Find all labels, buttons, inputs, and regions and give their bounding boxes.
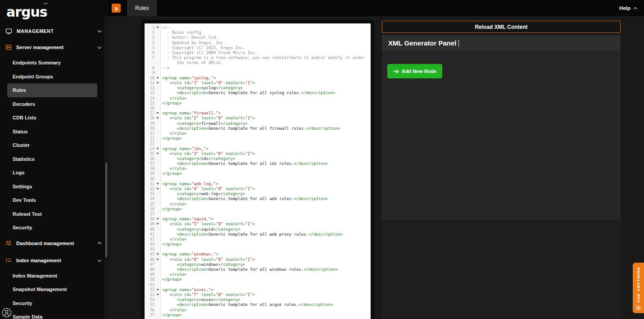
editor-line: 28 </rule>: [145, 166, 371, 171]
code-text: <group name="ossec,">: [161, 287, 213, 292]
line-number: 4: [145, 41, 154, 46]
fold-arrow-icon[interactable]: [154, 292, 161, 297]
fold-arrow-icon[interactable]: [154, 151, 161, 156]
line-number: 24: [145, 146, 154, 151]
editor-line: 54 <category>ossec</category>: [145, 297, 371, 302]
topbar: a Rules Help: [108, 0, 644, 16]
fold-gutter-spacer: [154, 227, 161, 232]
sidebar-group-dashboard-management[interactable]: Dashboard management: [0, 235, 108, 252]
sidebar-item-decoders[interactable]: Decoders: [7, 97, 97, 111]
xml-editor[interactable]: 1<!--2 - Rules config3 - Author: Daniel …: [145, 23, 371, 319]
editor-line: 38<group name="squid,">: [145, 217, 371, 222]
sidebar-item-label: Statistics: [13, 156, 35, 162]
fold-arrow-icon[interactable]: [154, 116, 161, 121]
argus-logo[interactable]: argus: [6, 4, 47, 20]
sidebar-item-index-management[interactable]: Index Management: [7, 269, 97, 283]
sidebar-item-status[interactable]: Status: [7, 125, 97, 139]
editor-line: 34 <description>Generic template for all…: [145, 196, 371, 201]
code-text: <rule id="6" level="0" noalert="1">: [161, 257, 255, 262]
server-icon: [5, 44, 12, 50]
fold-arrow-icon[interactable]: [154, 111, 161, 116]
sidebar-item-endpoints-summary[interactable]: Endpoints Summary: [7, 56, 97, 70]
fold-gutter-spacer: [154, 41, 161, 46]
sidebar-item-cluster[interactable]: Cluster: [7, 138, 97, 152]
sidebar-item-snapshot-management[interactable]: Snapshot Management: [7, 283, 97, 296]
sidebar-item-sample-data[interactable]: Sample Data: [7, 310, 97, 319]
line-number: [145, 60, 154, 65]
line-number: 34: [145, 196, 154, 201]
fold-arrow-icon[interactable]: [154, 187, 161, 191]
editor-line: 29</group>: [145, 171, 371, 176]
editor-line: 25 <rule id="3" level="0" noalert="1">: [145, 151, 371, 156]
sidebar-item-label: Index Management: [13, 273, 57, 278]
fold-arrow-icon[interactable]: [154, 76, 161, 81]
code-text: the terms of GPLv2.: [161, 60, 223, 65]
fold-gutter-spacer: [154, 297, 161, 302]
line-number: 44: [145, 247, 154, 252]
ask-anything-tab[interactable]: ASK ANYTHING: [633, 263, 644, 313]
line-number: 31: [145, 182, 154, 187]
sidebar-item-endpoint-groups[interactable]: Endpoint Groups: [7, 70, 97, 84]
app-logo-badge[interactable]: a: [112, 4, 121, 13]
editor-line: 44: [145, 247, 371, 252]
sidebar-section-label: MANAGEMENT: [17, 28, 98, 34]
sidebar-item-label: Status: [13, 129, 28, 134]
fold-arrow-icon[interactable]: [154, 81, 161, 86]
help-button[interactable]: Help: [619, 5, 637, 11]
line-number: 23: [145, 141, 154, 146]
line-number: 45: [145, 252, 154, 257]
fold-gutter-spacer: [154, 196, 161, 201]
editor-line: the terms of GPLv2.: [145, 60, 371, 65]
sidebar-group-index-management[interactable]: Index management: [0, 252, 108, 269]
sidebar-item-logs[interactable]: Logs: [7, 166, 97, 180]
sidebar-section-management[interactable]: MANAGEMENT: [0, 23, 108, 39]
editor-line: 48 <description>Generic template for all…: [145, 267, 371, 272]
sidebar-group-server-management[interactable]: Server management: [0, 39, 108, 56]
add-new-node-button[interactable]: Add New Node: [387, 64, 442, 78]
fold-gutter-spacer: [154, 232, 161, 237]
editor-line: 14 </rule>: [145, 96, 371, 101]
editor-line: 36</group>: [145, 207, 371, 212]
line-number: 14: [145, 96, 154, 101]
code-text: <category>firewall</category>: [161, 121, 248, 126]
sidebar-item-statistics[interactable]: Statistics: [7, 152, 97, 166]
line-number: 53: [145, 292, 154, 297]
sidebar-item-ruleset-test[interactable]: Ruleset Test: [7, 207, 97, 221]
chevron-up-icon: [634, 7, 637, 10]
line-number: 32: [145, 187, 154, 191]
fold-arrow-icon[interactable]: [154, 217, 161, 222]
tab-rules[interactable]: Rules: [127, 0, 157, 16]
dashboard-icon: [5, 240, 12, 246]
user-avatar-icon[interactable]: [2, 308, 12, 318]
code-text: <description>Generic template for all we…: [161, 196, 328, 201]
editor-line: 57</group>: [145, 313, 371, 318]
line-number: 10: [145, 76, 154, 81]
editor-line: 3 - Author: Daniel Cid.: [145, 35, 371, 40]
sidebar-item-settings[interactable]: Settings: [7, 180, 97, 194]
code-text: - Author: Daniel Cid.: [161, 35, 218, 40]
editor-line: 1<!--: [145, 25, 371, 30]
code-text: <description>Generic template for all wi…: [161, 267, 338, 272]
fold-arrow-icon[interactable]: [154, 287, 161, 292]
line-number: 16: [145, 106, 154, 111]
line-number: 57: [145, 313, 154, 318]
sidebar-item-rules[interactable]: Rules: [7, 83, 97, 97]
sidebar-item-security[interactable]: Security: [7, 296, 97, 310]
reload-xml-button[interactable]: Reload XML Content: [382, 21, 621, 33]
sidebar-item-cdb-lists[interactable]: CDB Lists: [7, 111, 97, 125]
line-number: 54: [145, 297, 154, 302]
fold-arrow-icon[interactable]: [154, 25, 161, 30]
sidebar-item-security[interactable]: Security: [7, 221, 97, 235]
sidebar-scrollbar-track: [104, 16, 108, 319]
fold-arrow-icon[interactable]: [154, 182, 161, 187]
fold-arrow-icon[interactable]: [154, 222, 161, 227]
fold-arrow-icon[interactable]: [154, 146, 161, 151]
fold-arrow-icon[interactable]: [154, 257, 161, 262]
editor-line: 33 <category>web-log</category>: [145, 191, 371, 196]
sidebar-item-dev-tools[interactable]: Dev Tools: [7, 193, 97, 207]
editor-line: 18 <rule id="2" level="0" noalert="1">: [145, 116, 371, 121]
sidebar-scrollbar-thumb[interactable]: [105, 163, 107, 257]
fold-gutter-spacer: [154, 131, 161, 136]
line-number: 9: [145, 71, 154, 76]
fold-arrow-icon[interactable]: [154, 252, 161, 257]
